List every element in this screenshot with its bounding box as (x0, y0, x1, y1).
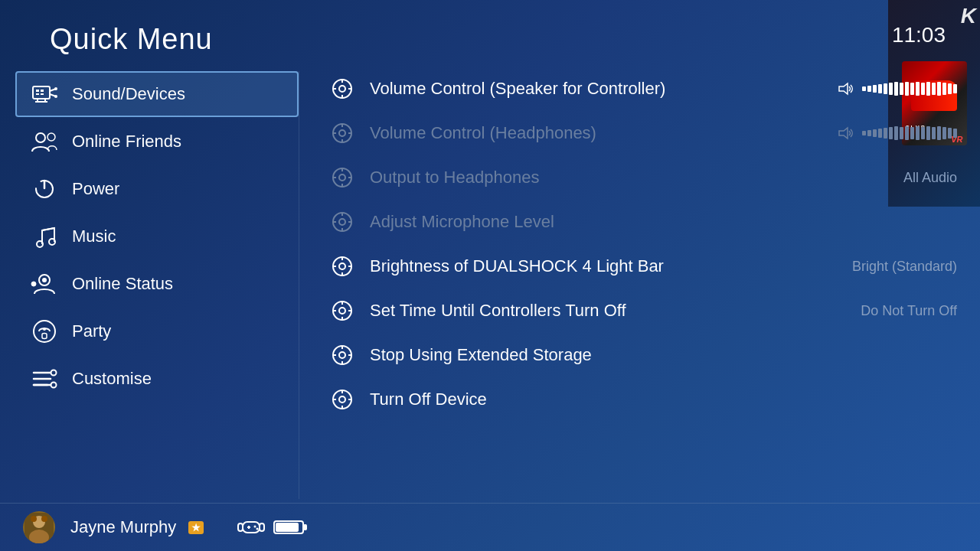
speaker-icon-2 (836, 124, 854, 142)
menu-label-volume-speaker: Volume Control (Speaker for Controller) (370, 79, 821, 99)
ps-plus-badge: ★ (188, 521, 204, 534)
svg-point-8 (54, 95, 57, 98)
online-status-icon (31, 270, 58, 298)
svg-marker-36 (839, 83, 848, 94)
svg-point-23 (43, 328, 46, 331)
svg-point-7 (54, 87, 57, 90)
svg-point-75 (339, 396, 345, 403)
sidebar-label-customise: Customise (72, 369, 152, 389)
svg-point-63 (339, 308, 345, 314)
music-icon (31, 223, 58, 250)
menu-value-output-headphones: All Audio (903, 170, 957, 186)
svg-rect-94 (276, 523, 299, 532)
menu-item-controller-off[interactable]: Set Time Until Controllers Turn Off Do N… (322, 289, 965, 332)
svg-point-91 (256, 528, 259, 530)
menu-label-controller-off: Set Time Until Controllers Turn Off (370, 301, 845, 321)
svg-point-28 (51, 383, 57, 388)
right-panel: Volume Control (Speaker for Controller) (299, 67, 980, 503)
settings-icon-2 (330, 121, 354, 145)
settings-icon-5 (330, 254, 354, 279)
volume-control-headphones (836, 124, 957, 142)
menu-item-extended-storage[interactable]: Stop Using Extended Storage (322, 334, 965, 377)
menu-label-lightbar: Brightness of DUALSHOCK 4 Light Bar (370, 256, 837, 276)
main-container: Quick Menu 11:03 (0, 0, 980, 551)
sidebar-label-sound-devices: Sound/Devices (72, 84, 185, 104)
page-title: Quick Menu (50, 23, 213, 56)
sidebar-label-music: Music (72, 227, 116, 246)
settings-icon-6 (330, 298, 354, 323)
svg-rect-1 (36, 90, 39, 92)
sidebar-label-party: Party (72, 321, 111, 341)
svg-line-18 (42, 228, 54, 230)
svg-point-45 (339, 174, 345, 181)
user-info: Jayne Murphy ★ (70, 517, 204, 537)
svg-point-90 (254, 526, 256, 528)
sidebar-item-sound-devices[interactable]: Sound/Devices (15, 71, 299, 117)
svg-rect-87 (260, 523, 264, 531)
svg-point-83 (31, 516, 37, 522)
svg-point-21 (31, 282, 36, 286)
svg-point-38 (339, 130, 345, 136)
customise-icon (31, 365, 58, 393)
sidebar-label-power: Power (72, 179, 119, 199)
party-icon (31, 318, 58, 345)
settings-icon-8 (330, 387, 354, 412)
volume-control-speaker (836, 80, 957, 98)
sidebar-item-online-status[interactable]: Online Status (15, 261, 299, 307)
menu-label-microphone: Adjust Microphone Level (370, 212, 957, 232)
svg-rect-3 (36, 93, 39, 95)
menu-item-microphone[interactable]: Adjust Microphone Level (322, 201, 965, 243)
menu-label-volume-headphones: Volume Control (Headphones) (370, 123, 821, 143)
svg-point-84 (41, 516, 47, 522)
menu-label-extended-storage: Stop Using Extended Storage (370, 345, 957, 365)
svg-point-12 (36, 133, 45, 142)
svg-rect-86 (238, 523, 243, 531)
menu-item-output-headphones[interactable]: Output to Headphones All Audio (322, 156, 965, 199)
sidebar-item-online-friends[interactable]: Online Friends (15, 119, 299, 165)
menu-value-lightbar: Bright (Standard) (852, 259, 957, 275)
menu-label-output-headphones: Output to Headphones (370, 168, 888, 187)
avatar (23, 511, 55, 543)
menu-item-volume-headphones[interactable]: Volume Control (Headphones) (322, 112, 965, 155)
settings-icon-3 (330, 165, 354, 190)
menu-item-turn-off[interactable]: Turn Off Device (322, 378, 965, 421)
sidebar-item-customise[interactable]: Customise (15, 356, 299, 402)
sidebar-label-online-status: Online Status (72, 274, 173, 294)
controller-status (227, 519, 308, 536)
menu-value-controller-off: Do Not Turn Off (861, 303, 957, 319)
speaker-icon (836, 80, 854, 98)
svg-point-51 (339, 219, 345, 225)
svg-marker-43 (839, 128, 848, 139)
svg-rect-4 (41, 93, 44, 95)
svg-rect-93 (303, 524, 307, 530)
svg-rect-85 (243, 522, 260, 533)
settings-icon-7 (330, 343, 354, 367)
sidebar-item-party[interactable]: Party (15, 308, 299, 354)
sidebar-item-power[interactable]: Power (15, 166, 299, 212)
svg-point-69 (339, 352, 345, 358)
online-friends-icon (31, 128, 58, 155)
settings-icon-4 (330, 210, 354, 234)
svg-rect-0 (33, 86, 50, 99)
menu-label-turn-off: Turn Off Device (370, 390, 957, 409)
svg-point-20 (42, 278, 47, 282)
footer: Jayne Murphy ★ (0, 503, 980, 551)
content-area: Sound/Devices Online Friends (0, 67, 980, 503)
sidebar-item-music[interactable]: Music (15, 214, 299, 259)
settings-icon-1 (330, 77, 354, 101)
svg-rect-2 (41, 90, 44, 92)
svg-point-13 (47, 133, 55, 141)
volume-bars-speaker (862, 81, 957, 96)
sidebar-label-online-friends: Online Friends (72, 132, 181, 152)
sidebar: Sound/Devices Online Friends (15, 67, 299, 503)
menu-item-volume-speaker[interactable]: Volume Control (Speaker for Controller) (322, 67, 965, 110)
clock: 11:03 (892, 23, 946, 47)
username: Jayne Murphy (70, 517, 176, 537)
header: Quick Menu 11:03 (0, 0, 980, 67)
power-icon (31, 175, 58, 203)
svg-point-31 (339, 86, 345, 92)
sound-devices-icon (31, 80, 58, 108)
svg-point-27 (51, 370, 57, 376)
menu-item-lightbar[interactable]: Brightness of DUALSHOCK 4 Light Bar Brig… (322, 245, 965, 288)
volume-bars-headphones (862, 126, 957, 141)
